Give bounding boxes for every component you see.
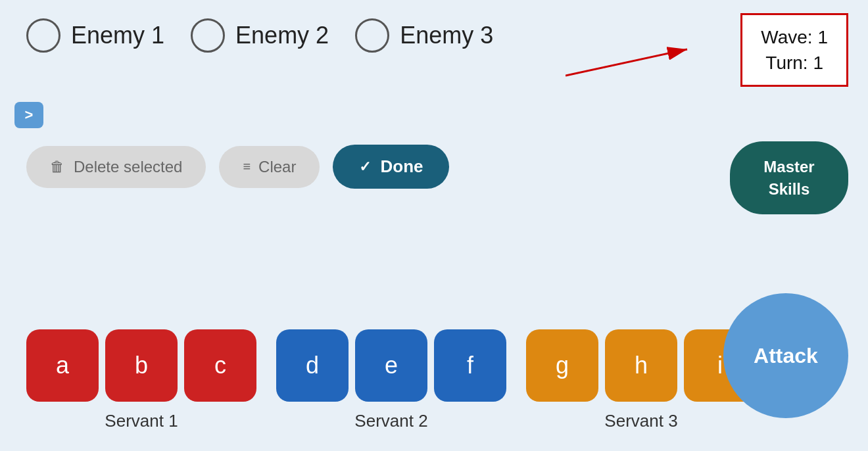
servant-2-label: Servant 2 (354, 411, 427, 431)
card-d-letter: d (306, 352, 319, 379)
chevron-icon: > (25, 108, 34, 122)
servant-1-cards: a b c (26, 329, 256, 402)
lines-icon: ≡ (243, 159, 249, 174)
master-skills-line1: Master (763, 158, 814, 176)
enemy-2-label: Enemy 2 (235, 22, 329, 49)
attack-button[interactable]: Attack (723, 293, 848, 418)
card-h-letter: h (635, 352, 648, 379)
servant-2-card-f[interactable]: f (434, 329, 506, 402)
servant-1-label: Servant 1 (105, 411, 178, 431)
enemy-2-item[interactable]: Enemy 2 (191, 18, 329, 53)
action-row: 🗑 Delete selected ≡ Clear ✓ Done (26, 145, 449, 189)
servant-3-label: Servant 3 (604, 411, 677, 431)
enemy-1-circle[interactable] (26, 18, 60, 53)
turn-line: Turn: 1 (761, 50, 828, 76)
chevron-button[interactable]: > (14, 102, 43, 128)
attack-label: Attack (754, 344, 818, 368)
enemy-row: Enemy 1 Enemy 2 Enemy 3 (0, 0, 868, 53)
servant-2-card-d[interactable]: d (276, 329, 349, 402)
enemy-2-circle[interactable] (191, 18, 225, 53)
trash-icon: 🗑 (50, 158, 64, 176)
card-g-letter: g (556, 352, 569, 379)
servant-1-card-a[interactable]: a (26, 329, 99, 402)
enemy-1-label: Enemy 1 (71, 22, 164, 49)
card-a-letter: a (56, 352, 69, 379)
card-f-letter: f (467, 352, 473, 379)
wave-turn-box: Wave: 1 Turn: 1 (740, 13, 848, 87)
done-button[interactable]: ✓ Done (333, 145, 449, 189)
servants-section: a b c Servant 1 d e f Servant 2 (26, 329, 776, 431)
enemy-3-label: Enemy 3 (400, 22, 493, 49)
servant-3-cards: g h i (526, 329, 756, 402)
enemy-3-circle[interactable] (355, 18, 389, 53)
servant-3-card-g[interactable]: g (526, 329, 598, 402)
master-skills-line2: Skills (769, 180, 810, 198)
clear-label: Clear (258, 158, 296, 176)
card-e-letter: e (385, 352, 398, 379)
servant-3-card-h[interactable]: h (605, 329, 677, 402)
card-c-letter: c (214, 352, 226, 379)
wave-line: Wave: 1 (761, 24, 828, 50)
clear-button[interactable]: ≡ Clear (219, 146, 320, 188)
servant-2-cards: d e f (276, 329, 506, 402)
done-label: Done (380, 156, 423, 177)
delete-selected-button[interactable]: 🗑 Delete selected (26, 146, 206, 188)
enemy-3-item[interactable]: Enemy 3 (355, 18, 493, 53)
servant-1-card-b[interactable]: b (105, 329, 178, 402)
servant-1-card-c[interactable]: c (184, 329, 256, 402)
delete-label: Delete selected (74, 158, 182, 176)
svg-line-1 (566, 49, 687, 76)
servant-2-group: d e f Servant 2 (276, 329, 506, 431)
enemy-1-item[interactable]: Enemy 1 (26, 18, 164, 53)
master-skills-button[interactable]: Master Skills (730, 141, 848, 214)
servant-2-card-e[interactable]: e (355, 329, 427, 402)
card-b-letter: b (135, 352, 148, 379)
arrow-indicator (566, 36, 697, 89)
check-icon: ✓ (359, 158, 371, 176)
card-i-letter: i (717, 352, 723, 379)
servant-1-group: a b c Servant 1 (26, 329, 256, 431)
servant-3-group: g h i Servant 3 (526, 329, 756, 431)
